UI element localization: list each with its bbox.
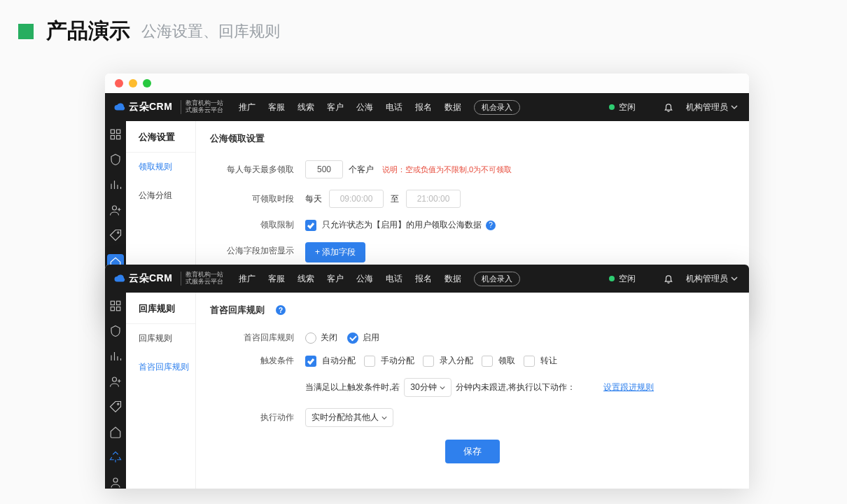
- status-indicator: 空闲: [609, 273, 636, 285]
- chk-manual[interactable]: [364, 356, 375, 367]
- daily-label: 每天: [305, 193, 322, 205]
- nav-data[interactable]: 数据: [444, 273, 461, 285]
- nav-customers[interactable]: 客户: [327, 273, 344, 285]
- chk-transfer[interactable]: [524, 356, 535, 367]
- logo-subtext: 教育机构一站式服务云平台: [181, 272, 223, 286]
- subnav-item-claim-rule[interactable]: 领取规则: [126, 153, 195, 181]
- chevron-down-icon: [440, 385, 445, 391]
- cond-pre: 当满足以上触发条件时,若: [305, 382, 400, 393]
- svg-point-4: [113, 206, 117, 210]
- subnav-item-first-return[interactable]: 首咨回库规则: [126, 353, 195, 382]
- radio-off[interactable]: 关闭: [305, 332, 337, 344]
- title-accent: [18, 24, 34, 39]
- section-title: 公海领取设置: [210, 132, 735, 145]
- tag-icon[interactable]: [109, 400, 122, 413]
- dashboard-icon[interactable]: [109, 300, 122, 312]
- nav-service[interactable]: 客服: [268, 273, 285, 285]
- svg-point-12: [118, 403, 119, 405]
- help-icon[interactable]: ?: [486, 220, 496, 230]
- zoom-dot[interactable]: [143, 79, 151, 88]
- max-claim-input[interactable]: [305, 160, 343, 178]
- nav-phone[interactable]: 电话: [386, 102, 402, 113]
- svg-point-5: [118, 232, 119, 233]
- nav-customers[interactable]: 客户: [327, 102, 344, 113]
- duration-select[interactable]: 30分钟: [404, 378, 451, 397]
- nav-phone[interactable]: 电话: [386, 273, 402, 285]
- user-icon[interactable]: [109, 476, 122, 489]
- user-menu[interactable]: 机构管理员: [686, 102, 738, 113]
- home-icon[interactable]: [109, 426, 122, 438]
- chk-claim[interactable]: [482, 356, 493, 367]
- opportunity-entry-button[interactable]: 机会录入: [474, 100, 520, 115]
- minimize-dot[interactable]: [129, 79, 137, 88]
- unit-label: 个客户: [349, 164, 374, 176]
- user-menu[interactable]: 机构管理员: [686, 273, 738, 285]
- restrict-text: 只允许状态为【启用】的用户领取公海数据: [322, 219, 482, 231]
- analytics-icon[interactable]: [109, 178, 122, 191]
- svg-rect-7: [111, 301, 114, 304]
- window-return-rules: 云朵CRM 教育机构一站式服务云平台 推广 客服 线索 客户 公海 电话 报名 …: [105, 265, 749, 489]
- nav-enroll[interactable]: 报名: [415, 102, 432, 113]
- bell-icon[interactable]: [664, 102, 673, 112]
- analytics-icon[interactable]: [109, 350, 122, 363]
- svg-rect-3: [117, 136, 120, 139]
- user-label: 机构管理员: [686, 273, 728, 285]
- help-icon[interactable]: ?: [276, 305, 286, 315]
- to-label: 至: [391, 193, 399, 205]
- nav-promo[interactable]: 推广: [239, 102, 255, 113]
- chk-auto[interactable]: [305, 356, 316, 367]
- nav-links: 推广 客服 线索 客户 公海 电话 报名 数据: [239, 102, 461, 113]
- time-to-input[interactable]: [406, 190, 461, 208]
- radio-on[interactable]: 启用: [347, 332, 379, 344]
- nav-leads[interactable]: 线索: [298, 102, 314, 113]
- label-time-range: 可领取时段: [210, 193, 294, 205]
- save-button[interactable]: 保存: [445, 440, 500, 463]
- cloud-logo-icon: [113, 272, 126, 285]
- recycle-icon[interactable]: [109, 451, 122, 463]
- svg-rect-0: [111, 130, 114, 133]
- row-enable: 首咨回库规则 关闭 启用: [210, 332, 735, 344]
- close-dot[interactable]: [115, 79, 123, 88]
- restrict-checkbox[interactable]: [305, 220, 316, 231]
- nav-data[interactable]: 数据: [444, 102, 461, 113]
- nav-gonghai[interactable]: 公海: [356, 273, 373, 285]
- nav-leads[interactable]: 线索: [298, 273, 314, 285]
- svg-rect-2: [111, 136, 114, 139]
- row-action: 执行动作 实时分配给其他人: [210, 408, 735, 427]
- person-plus-icon[interactable]: [109, 375, 122, 388]
- user-label: 机构管理员: [686, 102, 728, 113]
- bell-icon[interactable]: [664, 274, 673, 284]
- person-plus-icon[interactable]: [109, 204, 122, 216]
- status-indicator: 空闲: [609, 102, 636, 113]
- svg-point-11: [113, 377, 117, 382]
- time-from-input[interactable]: [329, 190, 384, 208]
- cond-mid: 分钟内未跟进,将执行以下动作：: [456, 382, 575, 393]
- add-field-button[interactable]: + 添加字段: [305, 242, 365, 262]
- window-chrome: [105, 74, 749, 93]
- chk-entry[interactable]: [423, 356, 434, 367]
- row-trigger: 触发条件 自动分配 手动分配 录入分配 领取 转让: [210, 355, 735, 367]
- slide-title: 产品演示 公海设置、回库规则: [0, 0, 847, 52]
- subnav-item-return[interactable]: 回库规则: [126, 324, 195, 353]
- subnav-item-group[interactable]: 公海分组: [126, 181, 195, 210]
- row-restrict: 领取限制 只允许状态为【启用】的用户领取公海数据 ?: [210, 219, 735, 231]
- nav-enroll[interactable]: 报名: [415, 273, 432, 285]
- nav-promo[interactable]: 推广: [239, 273, 255, 285]
- tag-icon[interactable]: [109, 229, 122, 241]
- shield-icon[interactable]: [109, 325, 122, 337]
- page-title: 产品演示: [46, 17, 130, 46]
- action-select[interactable]: 实时分配给其他人: [305, 408, 393, 427]
- opportunity-entry-button[interactable]: 机会录入: [474, 272, 520, 286]
- chevron-down-icon: [731, 275, 738, 282]
- logo: 云朵CRM 教育机构一站式服务云平台: [105, 272, 232, 286]
- nav-gonghai[interactable]: 公海: [356, 102, 373, 113]
- row-max-claim: 每人每天最多领取 个客户 说明：空或负值为不限制,0为不可领取: [210, 160, 735, 178]
- cloud-logo-icon: [113, 101, 126, 113]
- svg-point-13: [113, 478, 118, 482]
- shield-icon[interactable]: [109, 153, 122, 166]
- label-max-claim: 每人每天最多领取: [210, 164, 294, 176]
- nav-service[interactable]: 客服: [268, 102, 285, 113]
- dashboard-icon[interactable]: [109, 128, 122, 141]
- set-followup-rule-link[interactable]: 设置跟进规则: [603, 382, 654, 393]
- label-encrypt: 公海字段加密显示: [210, 242, 294, 257]
